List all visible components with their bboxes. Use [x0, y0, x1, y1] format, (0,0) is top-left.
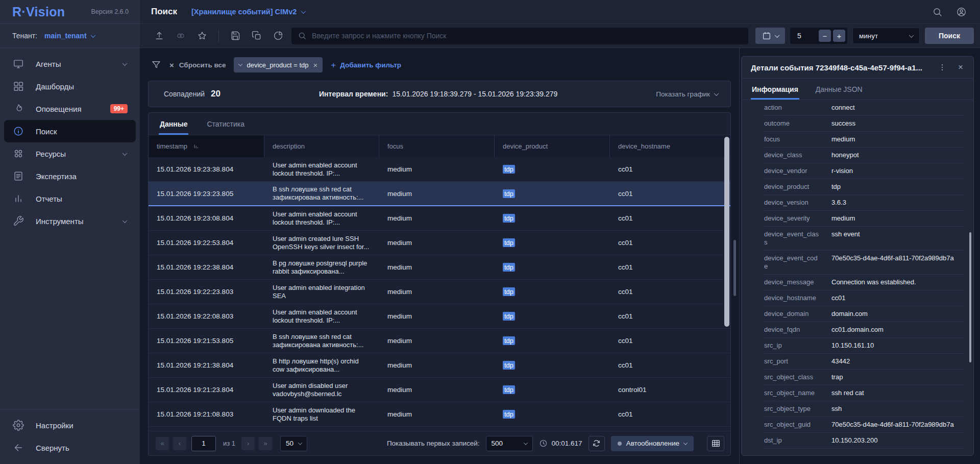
funnel-icon[interactable] [151, 60, 161, 70]
monitor-icon [13, 58, 24, 69]
filter-chip-device-product[interactable]: device_product = tdp × [234, 57, 323, 72]
show-chart-toggle[interactable]: Показать график [656, 90, 718, 98]
sidebar-item-alerts[interactable]: Оповещения 99+ [4, 97, 136, 120]
first-page-button[interactable]: « [156, 437, 169, 450]
add-filter-button[interactable]: + Добавить фильтр [331, 61, 401, 69]
cell-focus: medium [379, 353, 495, 377]
table-row[interactable]: 15.01.2026 19:21:53.805 В ssh ловушке ss… [149, 329, 730, 353]
table-scrollbar[interactable] [724, 137, 729, 327]
wrench-icon [13, 215, 24, 227]
table-row[interactable]: 15.01.2026 19:21:38.804 В http ловушке h… [149, 353, 730, 378]
link-query-button[interactable] [173, 28, 189, 44]
remove-filter-icon[interactable]: × [313, 61, 318, 69]
sidebar-item-dashboards[interactable]: Дашборды [4, 75, 136, 97]
autorefresh-toggle[interactable]: Автообновление [611, 436, 694, 451]
sidebar-item-tools[interactable]: Инструменты [4, 210, 136, 232]
tab-information[interactable]: Информация [751, 79, 799, 100]
table-row[interactable]: 15.01.2026 19:22:08.803 User admin enabl… [149, 304, 730, 329]
refresh-button[interactable] [589, 436, 605, 451]
cell-timestamp: 15.01.2026 19:22:08.803 [149, 304, 264, 328]
details-field-row: device_version 3.6.3 [764, 195, 964, 211]
sidebar-item-settings[interactable]: Настройки [4, 414, 136, 436]
statistics-button[interactable] [270, 28, 286, 44]
pagination-bar: « ‹ 1 из 1 › » 50 Показывать первых запи… [149, 431, 730, 455]
column-header-timestamp[interactable]: timestamp [149, 135, 264, 157]
field-value: tdp [831, 183, 841, 191]
calendar-icon [762, 31, 771, 40]
cell-description: User admin created lure SSH OpenSSH keys… [264, 231, 379, 255]
tenant-selector[interactable]: main_tenant [44, 32, 94, 40]
copy-query-button[interactable] [249, 28, 265, 44]
storage-selector[interactable]: [Хранилище событий] CIMv2 [191, 8, 305, 16]
page-title: Поиск [151, 7, 177, 17]
column-header-device-product[interactable]: device_product [495, 135, 610, 157]
next-page-button[interactable]: › [241, 437, 255, 450]
star-icon [197, 31, 207, 41]
app-logo[interactable]: R·Vision [12, 5, 65, 19]
query-input[interactable] [312, 32, 742, 40]
page-number-input[interactable]: 1 [191, 436, 216, 451]
cell-device-hostname: cc01 [610, 206, 730, 230]
field-key: src_object_guid [764, 421, 821, 429]
interval-value[interactable]: 5 [797, 32, 817, 40]
show-first-select[interactable]: 500 [486, 436, 533, 451]
chevron-down-icon [523, 441, 527, 445]
page-size-select[interactable]: 50 [280, 436, 307, 451]
sidebar-item-expertise[interactable]: Экспертиза [4, 165, 136, 187]
plus-button[interactable]: + [833, 30, 845, 42]
last-page-button[interactable]: » [259, 437, 272, 450]
table-row[interactable]: 15.01.2026 19:22:53.804 User admin creat… [149, 231, 730, 255]
user-account-icon[interactable] [956, 7, 967, 17]
cell-timestamp: 15.01.2026 19:23:38.804 [149, 157, 264, 181]
prev-page-button[interactable]: ‹ [173, 437, 186, 450]
minus-button[interactable]: − [819, 30, 831, 42]
toolbar-divider [218, 30, 219, 42]
details-scrollbar[interactable] [969, 232, 971, 362]
export-button[interactable] [151, 28, 167, 44]
table-row[interactable]: 15.01.2026 19:22:23.803 User admin enabl… [149, 280, 730, 304]
sidebar-item-agents[interactable]: Агенты [4, 53, 136, 75]
sidebar-item-search[interactable]: Поиск [4, 120, 136, 142]
details-field-row: device_event_code 70e50c35-d4ae-4d6f-a81… [764, 251, 964, 275]
tab-statistics[interactable]: Статистика [206, 113, 246, 135]
table-row[interactable]: 15.01.2026 19:23:23.805 В ssh ловушке ss… [149, 182, 730, 206]
details-field-row: src_port 43442 [764, 354, 964, 370]
sidebar-collapse-button[interactable]: Свернуть [4, 436, 136, 459]
global-search-icon[interactable] [932, 7, 943, 17]
time-range-calendar-button[interactable] [755, 28, 785, 44]
floppy-icon [230, 31, 240, 41]
field-key: device_hostname [764, 294, 821, 302]
sidebar-item-resources[interactable]: Ресурсы [4, 142, 136, 165]
sidebar-item-reports[interactable]: Отчеты [4, 187, 136, 210]
content-scrollbar[interactable] [733, 240, 736, 296]
tab-data[interactable]: Данные [159, 113, 188, 135]
table-row[interactable]: 15.01.2026 19:22:38.804 В pg ловушке pos… [149, 255, 730, 280]
interval-value-stepper: 5 − + [790, 28, 847, 44]
clear-all-filters-button[interactable]: × Сбросить все [169, 61, 226, 69]
column-header-focus[interactable]: focus [379, 135, 495, 157]
table-row[interactable]: 15.01.2026 19:23:08.804 User admin enabl… [149, 206, 730, 231]
table-row[interactable]: 15.01.2026 19:21:23.804 User admin disab… [149, 378, 730, 402]
column-header-device-hostname[interactable]: device_hostname [610, 135, 730, 157]
plus-icon: + [331, 61, 336, 69]
search-submit-button[interactable]: Поиск [925, 28, 974, 44]
field-value: ssh event [831, 230, 860, 238]
cell-device-hostname: control01 [610, 378, 730, 402]
details-field-row: device_domain domain.com [764, 306, 964, 322]
details-field-row: src_object_type ssh [764, 401, 964, 417]
close-icon[interactable]: × [954, 61, 967, 74]
tab-json-data[interactable]: Данные JSON [815, 79, 864, 100]
column-header-description[interactable]: description [264, 135, 379, 157]
favorite-button[interactable] [194, 28, 210, 44]
linked-circles-icon [176, 31, 186, 41]
table-row[interactable]: 15.01.2026 19:21:08.803 User admin downl… [149, 402, 730, 427]
column-settings-button[interactable] [707, 436, 724, 451]
clock-icon [539, 439, 548, 448]
details-field-row: dst_ip 10.150.203.200 [764, 433, 964, 449]
kebab-menu-icon[interactable] [936, 61, 949, 74]
interval-unit-select[interactable]: минут [852, 28, 920, 44]
save-query-button[interactable] [227, 28, 243, 44]
cell-description: User admin downloaded the FQDN traps lis… [264, 402, 379, 426]
chevron-down-icon [238, 62, 242, 66]
table-row[interactable]: 15.01.2026 19:23:38.804 User admin enabl… [149, 157, 730, 182]
